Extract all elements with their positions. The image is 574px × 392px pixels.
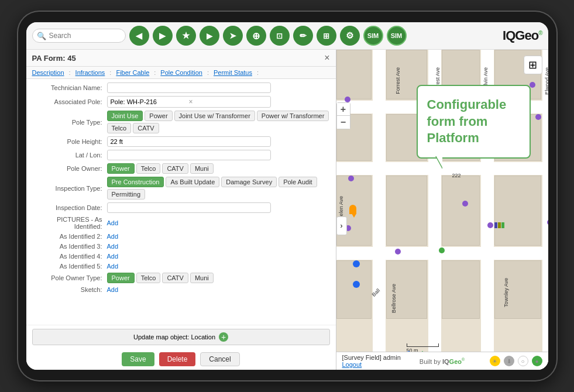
map-pin-blue-2 [353,281,360,288]
associated-pole-clear[interactable]: × [189,98,267,106]
logo-area: IQGeo® [503,28,542,43]
back-button[interactable]: ◀ [129,26,149,46]
map-footer: [Survey Field] admin Logout Built by IQG… [336,352,548,370]
pole-type-telco[interactable]: Telco [107,123,132,133]
associated-pole-label: Associated Pole: [31,98,107,105]
sketch-add-link[interactable]: Add [107,286,119,293]
edit-button[interactable]: ✏ [293,26,313,46]
pole-type-joint-use[interactable]: Joint Use [107,111,143,121]
layers-button[interactable]: ⊞ [524,56,542,74]
navigate-button[interactable]: ➤ [223,26,243,46]
pole-owner-type-label: Pole Owner Type: [31,274,107,281]
form-tabs: Description : Infractions : Fiber Cable … [26,67,336,79]
footer-icon-white: ○ [518,356,528,366]
pole-type-power[interactable]: Power [145,111,172,121]
save-button[interactable]: Save [122,352,154,366]
inspection-type-buttons: Pre Construction As Built Update Damage … [107,177,331,200]
lat-lon-row: Lat / Lon: [31,150,331,160]
pole-owner-row: Pole Owner: Power Telco CATV Muni [31,163,331,174]
technician-name-input[interactable] [107,82,271,93]
as-identified-3-add-link[interactable]: Add [107,243,119,250]
pot-catv[interactable]: CATV [162,273,188,283]
as-identified-5-add-link[interactable]: Add [107,263,119,270]
inspection-date-input[interactable] [107,202,271,213]
nav-expand-arrow[interactable]: › [336,216,347,235]
as-identified-4-row: As Identified 4: Add [31,253,331,260]
tab-pole-condition[interactable]: Pole Condition [160,69,202,76]
insp-pole-audit[interactable]: Pole Audit [279,177,317,187]
close-button[interactable]: × [324,53,329,63]
footer-icon-yellow: ☀ [490,356,500,366]
footer-icon-green: ● [532,356,542,366]
tab-permit-status[interactable]: Permit Status [214,69,252,76]
tab-description[interactable]: Description [32,69,64,76]
as-identified-3-row: As Identified 3: Add [31,243,331,250]
tab-fiber-cable[interactable]: Fiber Cable [116,69,149,76]
road-label-elwood-ave: Elwood Ave [544,67,548,95]
pole-type-joint-use-transformer[interactable]: Joint Use w/ Transformer [174,111,255,121]
pole-owner-type-row: Pole Owner Type: Power Telco CATV Muni [31,273,331,283]
search-icon: 🔍 [37,32,46,40]
as-identified-2-row: As Identified 2: Add [31,233,331,240]
pole-owner-telco[interactable]: Telco [136,163,161,174]
forward-button[interactable]: ▶ [153,26,173,46]
map-pin-4 [348,176,354,181]
associated-pole-input[interactable]: Pole: WH-P-216 × [107,96,271,108]
lat-lon-label: Lat / Lon: [31,152,107,159]
associated-pole-row: Associated Pole: Pole: WH-P-216 × [31,96,331,108]
insp-as-built[interactable]: As Built Update [166,177,219,187]
footer-right: ☀ ⬇ ○ ● [476,356,542,366]
map-pin-9 [395,249,401,255]
pole-owner-power[interactable]: Power [107,163,135,174]
bookmark-button[interactable]: ★ [176,26,196,46]
lasso-button[interactable]: ⊞ [317,26,336,46]
pole-owner-muni[interactable]: Muni [190,163,214,174]
zoom-button[interactable]: ⊕ [246,26,266,46]
pole-height-input[interactable] [107,136,271,147]
pole-type-catv[interactable]: CATV [133,123,159,133]
map-area[interactable]: Helen Ave Bellrose Ave Townley Ave Ball … [336,50,548,370]
tab-infractions[interactable]: Infractions [75,69,105,76]
pot-muni[interactable]: Muni [190,273,214,283]
play-button[interactable]: ▶ [200,26,219,46]
inspection-date-row: Inspection Date: [31,202,331,213]
callout-box: Configurable form from Platform [417,85,531,159]
pole-type-row: Pole Type: Joint Use Power Joint Use w/ … [31,111,331,133]
pictures-add-link[interactable]: Add [107,219,119,226]
map-pin-green-1 [439,247,445,253]
pot-telco[interactable]: Telco [136,273,161,283]
logout-link[interactable]: Logout [342,361,362,368]
cancel-button[interactable]: Cancel [200,352,239,366]
pot-power[interactable]: Power [107,273,135,283]
form-panel: PA Form: 45 × Description : Infractions … [26,50,336,370]
map-pin-7 [487,222,493,228]
insp-pre-construction[interactable]: Pre Construction [107,177,164,187]
pole-owner-catv[interactable]: CATV [162,163,188,174]
inspection-date-label: Inspection Date: [31,204,107,211]
as-identified-2-label: As Identified 2: [31,233,107,240]
tablet-frame: 🔍 ◀ ▶ ★ ▶ ➤ ⊕ ⊡ ✏ ⊞ ⚙ SIM S [18,12,556,380]
lat-lon-input[interactable] [107,150,271,160]
insp-permitting[interactable]: Permitting [107,189,146,200]
sketch-row: Sketch: Add [31,286,331,293]
form-header: PA Form: 45 × [26,50,336,67]
as-identified-2-add-link[interactable]: Add [107,233,119,240]
search-wrapper: 🔍 [32,29,126,43]
update-location-button[interactable]: Update map object: Location + [32,329,330,345]
zoom-in-button[interactable]: + [337,103,350,116]
logo-text: IQGeo® [503,28,542,43]
zoom-out-button[interactable]: − [337,116,350,129]
delete-button[interactable]: Delete [159,352,196,366]
zoom-controls: + − [336,102,350,129]
sim1-button[interactable]: SIM [363,26,383,46]
map-pin-6 [462,201,468,207]
tablet-screen: 🔍 ◀ ▶ ★ ▶ ➤ ⊕ ⊡ ✏ ⊞ ⚙ SIM S [26,22,548,370]
sim2-button[interactable]: SIM [387,26,407,46]
select-button[interactable]: ⊡ [270,26,290,46]
pole-type-power-transformer[interactable]: Power w/ Transformer [257,111,329,121]
road-label-222: 222 [452,173,461,178]
map-pin-3 [535,114,541,120]
as-identified-4-add-link[interactable]: Add [107,253,119,260]
settings-button[interactable]: ⚙ [340,26,360,46]
insp-damage-survey[interactable]: Damage Survey [221,177,277,187]
